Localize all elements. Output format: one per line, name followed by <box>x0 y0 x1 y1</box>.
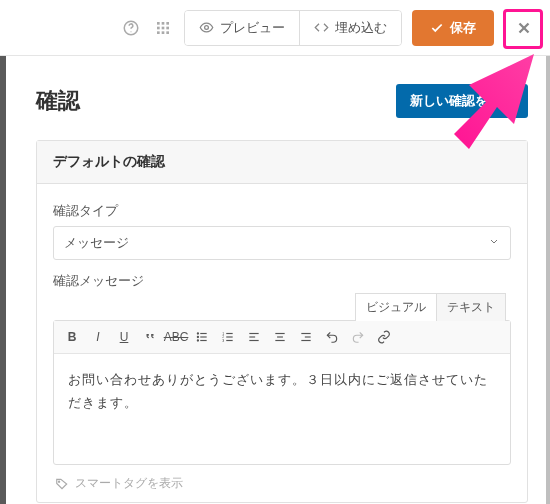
page-header: 確認 新しい確認を追加 <box>36 84 528 118</box>
redo-button[interactable] <box>346 325 370 349</box>
svg-rect-9 <box>162 31 165 34</box>
svg-point-11 <box>205 26 209 30</box>
smart-tags-label: スマートタグを表示 <box>75 475 183 492</box>
chevron-down-icon <box>488 236 500 251</box>
svg-point-36 <box>59 481 60 482</box>
tab-text[interactable]: テキスト <box>437 293 506 321</box>
close-icon <box>515 19 533 37</box>
check-icon <box>430 21 444 35</box>
embed-label: 埋め込む <box>335 19 387 37</box>
align-left-button[interactable] <box>242 325 266 349</box>
align-center-button[interactable] <box>268 325 292 349</box>
link-button[interactable] <box>372 325 396 349</box>
help-icon[interactable] <box>120 17 142 39</box>
message-editor: ビジュアル テキスト B I U ABC <box>53 320 511 465</box>
bold-button[interactable]: B <box>60 325 84 349</box>
preview-embed-group: プレビュー 埋め込む <box>184 10 402 46</box>
svg-rect-5 <box>157 26 160 29</box>
code-icon <box>314 20 329 35</box>
svg-point-15 <box>197 333 198 334</box>
close-button[interactable] <box>510 14 538 42</box>
apps-grid-icon[interactable] <box>152 17 174 39</box>
save-label: 保存 <box>450 19 476 37</box>
align-right-button[interactable] <box>294 325 318 349</box>
svg-rect-7 <box>166 26 169 29</box>
svg-point-19 <box>197 340 198 341</box>
embed-button[interactable]: 埋め込む <box>299 11 401 45</box>
panel-body: 確認タイプ メッセージ 確認メッセージ ビジュアル テキスト B I <box>37 184 527 502</box>
numbered-list-button[interactable]: 123 <box>216 325 240 349</box>
page-title: 確認 <box>36 86 80 116</box>
tag-icon <box>55 477 69 491</box>
svg-rect-8 <box>157 31 160 34</box>
svg-rect-6 <box>162 26 165 29</box>
right-edge <box>546 56 550 504</box>
preview-label: プレビュー <box>220 19 285 37</box>
svg-rect-2 <box>157 22 160 25</box>
confirmation-type-select[interactable]: メッセージ <box>53 226 511 260</box>
top-toolbar: プレビュー 埋め込む 保存 <box>0 0 550 56</box>
save-button[interactable]: 保存 <box>412 10 494 46</box>
eye-icon <box>199 20 214 35</box>
blockquote-button[interactable] <box>138 325 162 349</box>
undo-button[interactable] <box>320 325 344 349</box>
tab-visual[interactable]: ビジュアル <box>355 293 437 321</box>
svg-point-1 <box>130 31 131 32</box>
svg-point-17 <box>197 336 198 337</box>
svg-rect-10 <box>166 31 169 34</box>
underline-button[interactable]: U <box>112 325 136 349</box>
strikethrough-button[interactable]: ABC <box>164 325 188 349</box>
panel-header: デフォルトの確認 <box>37 141 527 184</box>
svg-rect-4 <box>166 22 169 25</box>
svg-rect-3 <box>162 22 165 25</box>
preview-button[interactable]: プレビュー <box>185 11 299 45</box>
add-confirmation-button[interactable]: 新しい確認を追加 <box>396 84 528 118</box>
editor-toolbar: B I U ABC 123 <box>54 321 510 354</box>
confirmation-panel: デフォルトの確認 確認タイプ メッセージ 確認メッセージ ビジュアル テキスト <box>36 140 528 503</box>
editor-textarea[interactable]: お問い合わせありがとうございます。３日以内にご返信させていただきます。 <box>54 354 510 464</box>
editor-tabs: ビジュアル テキスト <box>355 293 506 321</box>
content-area: 確認 新しい確認を追加 デフォルトの確認 確認タイプ メッセージ 確認メッセージ… <box>6 56 546 504</box>
smart-tags-toggle[interactable]: スマートタグを表示 <box>53 475 511 492</box>
confirmation-message-label: 確認メッセージ <box>53 272 511 290</box>
select-value: メッセージ <box>64 235 129 250</box>
italic-button[interactable]: I <box>86 325 110 349</box>
svg-text:3: 3 <box>222 339 224 343</box>
confirmation-type-label: 確認タイプ <box>53 202 511 220</box>
bulleted-list-button[interactable] <box>190 325 214 349</box>
